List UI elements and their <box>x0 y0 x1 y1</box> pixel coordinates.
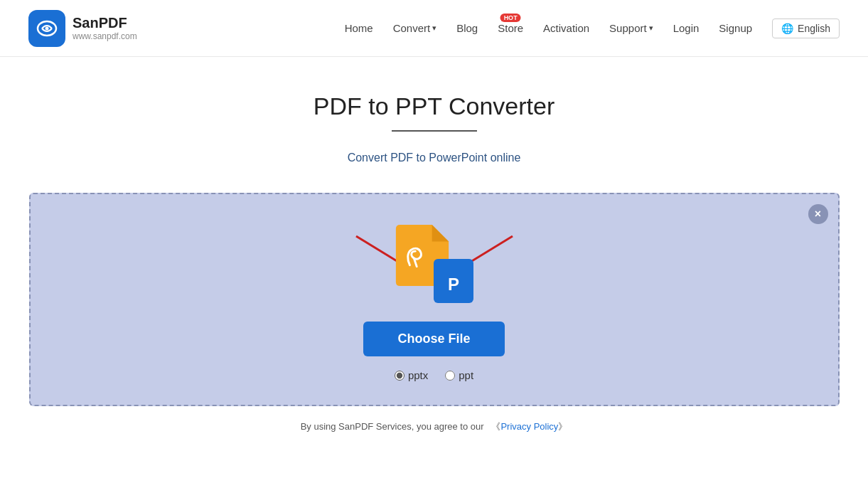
support-chevron-icon: ▾ <box>649 23 653 33</box>
privacy-policy-link[interactable]: Privacy Policy <box>500 421 558 432</box>
title-divider <box>392 130 477 132</box>
logo[interactable]: SanPDF www.sanpdf.com <box>28 10 137 47</box>
logo-title: SanPDF <box>73 15 137 31</box>
footer-text: By using SanPDF Services, you agree to o… <box>301 420 568 433</box>
main-nav: Home Convert ▾ Blog HOT Store Activation… <box>345 18 840 38</box>
ppt-icon: P <box>434 259 473 303</box>
nav-store-wrap: HOT Store <box>498 22 523 34</box>
nav-convert[interactable]: Convert ▾ <box>393 22 437 34</box>
page-subtitle: Convert PDF to PowerPoint online <box>348 152 521 164</box>
nav-store[interactable]: Store <box>498 22 523 34</box>
format-options: pptx ppt <box>395 369 473 381</box>
svg-point-1 <box>45 26 49 30</box>
svg-text:P: P <box>447 275 459 294</box>
language-label: English <box>798 23 830 34</box>
logo-icon <box>28 10 65 47</box>
format-ppt-label: ppt <box>459 369 473 381</box>
format-pptx-option[interactable]: pptx <box>395 369 428 381</box>
nav-blog[interactable]: Blog <box>456 22 478 34</box>
format-pptx-radio[interactable] <box>395 371 404 381</box>
language-selector[interactable]: 🌐 English <box>772 18 840 38</box>
close-button[interactable]: × <box>808 204 828 224</box>
conversion-icon: P <box>395 225 473 303</box>
nav-signup[interactable]: Signup <box>719 22 752 34</box>
nav-login[interactable]: Login <box>673 22 700 34</box>
format-pptx-label: pptx <box>408 369 428 381</box>
choose-file-button[interactable]: Choose File <box>363 322 504 356</box>
drop-zone[interactable]: × <box>29 193 840 406</box>
logo-url: www.sanpdf.com <box>73 31 137 41</box>
nav-home[interactable]: Home <box>345 22 373 34</box>
globe-icon: 🌐 <box>781 23 793 34</box>
hot-badge: HOT <box>500 14 521 22</box>
convert-chevron-icon: ▾ <box>432 23 436 33</box>
nav-support[interactable]: Support ▾ <box>609 22 653 34</box>
nav-activation[interactable]: Activation <box>543 22 589 34</box>
page-title: PDF to PPT Converter <box>314 92 555 120</box>
format-ppt-radio[interactable] <box>445 371 455 381</box>
format-ppt-option[interactable]: ppt <box>445 369 473 381</box>
